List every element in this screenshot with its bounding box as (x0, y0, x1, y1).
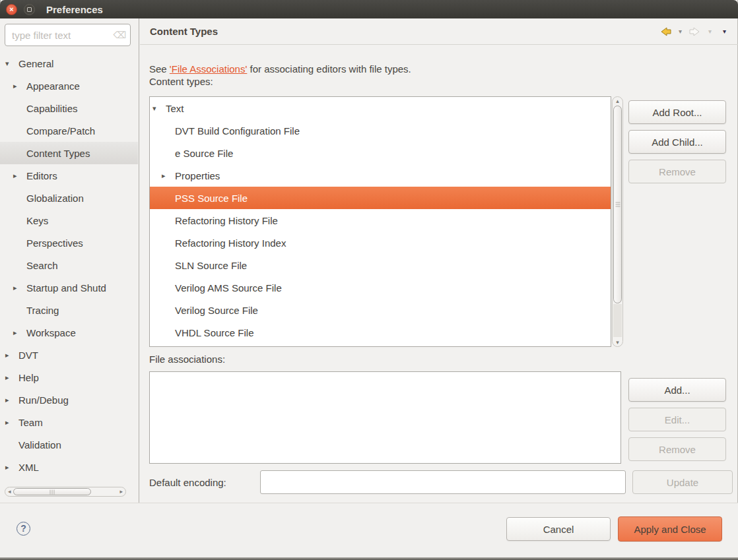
sidebar-item-editors[interactable]: ▸ Editors (0, 164, 138, 187)
content-types-scrollbar[interactable]: ▴ ▾ (612, 96, 623, 347)
content-type-item-sln-source-file[interactable]: SLN Source File (150, 254, 611, 276)
expand-arrow-icon[interactable]: ▸ (162, 171, 175, 180)
sidebar-item-help[interactable]: ▸ Help (0, 366, 138, 389)
content-type-item-pss-source-file[interactable]: PSS Source File (150, 187, 611, 209)
sidebar-item-search[interactable]: Search (0, 254, 138, 276)
expand-arrow-icon[interactable]: ▸ (13, 284, 26, 292)
preferences-sidebar: ⌫ ▾ General ▸ Appearance Capabilities Co… (0, 18, 139, 503)
sidebar-horizontal-scrollbar[interactable]: ◂ ▸ (5, 487, 126, 497)
tree-item-label: Run/Debug (18, 394, 69, 406)
sidebar-item-validation[interactable]: Validation (0, 433, 138, 456)
forward-arrow-icon (689, 27, 701, 36)
add-association-button[interactable]: Add... (628, 378, 726, 402)
sidebar-item-compare-patch[interactable]: Compare/Patch (0, 119, 138, 142)
sidebar-item-xml[interactable]: ▸ XML (0, 456, 138, 478)
expand-arrow-icon[interactable]: ▸ (13, 171, 26, 180)
scroll-down-icon[interactable]: ▾ (613, 339, 622, 346)
window-bottom-edge (0, 557, 738, 560)
add-child-button[interactable]: Add Child... (628, 130, 726, 154)
remove-association-button: Remove (628, 437, 726, 461)
maximize-button[interactable] (24, 4, 35, 15)
back-arrow-icon[interactable] (659, 27, 671, 36)
help-button[interactable]: ? (17, 522, 30, 536)
window-title: Preferences (46, 4, 103, 15)
sidebar-item-perspectives[interactable]: Perspectives (0, 232, 138, 254)
apply-and-close-button[interactable]: Apply and Close (618, 516, 722, 542)
content-type-item-refactoring-history-file[interactable]: Refactoring History File (150, 209, 611, 232)
expand-arrow-icon[interactable]: ▸ (5, 418, 18, 427)
content-type-item-verilog-ams-source-file[interactable]: Verilog AMS Source File (150, 276, 611, 299)
tree-item-label: PSS Source File (175, 193, 248, 204)
content-type-item-properties[interactable]: ▸ Properties (150, 164, 611, 187)
content-body: See 'File Associations' for associating … (140, 46, 738, 503)
preferences-tree: ▾ General ▸ Appearance Capabilities Comp… (0, 52, 138, 478)
sidebar-item-general[interactable]: ▾ General (0, 52, 138, 75)
cancel-button[interactable]: Cancel (506, 517, 611, 541)
content-type-item-vhdl-source-file[interactable]: VHDL Source File (150, 321, 611, 344)
sidebar-item-dvt[interactable]: ▸ DVT (0, 344, 138, 366)
content-type-item-e-source-file[interactable]: e Source File (150, 142, 611, 164)
tree-item-label: Globalization (26, 193, 84, 204)
tree-item-label: e Source File (175, 148, 233, 159)
scroll-right-icon[interactable]: ▸ (119, 487, 123, 496)
dialog-body: ⌫ ▾ General ▸ Appearance Capabilities Co… (0, 18, 738, 503)
sidebar-item-startup-and-shutd[interactable]: ▸ Startup and Shutd (0, 276, 138, 299)
sidebar-item-tracing[interactable]: Tracing (0, 299, 138, 321)
view-menu-icon[interactable]: ▾ (723, 28, 726, 35)
content-type-item-text[interactable]: ▾ Text (150, 97, 611, 119)
scrollbar-thumb[interactable] (13, 488, 91, 495)
content-type-item-dvt-build-configuration-file[interactable]: DVT Build Configuration File (150, 119, 611, 142)
tree-item-label: Perspectives (26, 237, 83, 249)
sidebar-item-capabilities[interactable]: Capabilities (0, 97, 138, 119)
tree-item-label: Validation (18, 439, 61, 451)
collapse-arrow-icon[interactable]: ▾ (5, 59, 18, 68)
content-pane: Content Types ▾ ▾ ▾ See 'File Associatio… (140, 18, 738, 503)
sidebar-item-content-types[interactable]: Content Types (0, 142, 138, 164)
sidebar-item-appearance[interactable]: ▸ Appearance (0, 75, 138, 97)
tree-item-label: Refactoring History File (175, 215, 278, 226)
scrollbar-thumb[interactable] (613, 106, 622, 303)
scrollbar-grip (52, 489, 53, 494)
sidebar-item-workspace[interactable]: ▸ Workspace (0, 321, 138, 344)
collapse-arrow-icon[interactable]: ▾ (152, 104, 166, 113)
tree-item-label: Editors (26, 170, 57, 181)
tree-item-label: General (18, 58, 53, 69)
tree-item-label: Text (166, 103, 184, 114)
tree-item-label: Properties (175, 170, 220, 181)
content-type-item-refactoring-history-index[interactable]: Refactoring History Index (150, 232, 611, 254)
edit-association-button: Edit... (628, 408, 726, 431)
tree-item-label: DVT (18, 350, 38, 361)
expand-arrow-icon[interactable]: ▸ (13, 82, 26, 90)
close-button[interactable]: × (6, 4, 17, 15)
tree-item-label: Capabilities (26, 103, 78, 114)
sidebar-item-globalization[interactable]: Globalization (0, 187, 138, 209)
remove-content-type-button: Remove (628, 160, 726, 183)
content-type-item-verilog-source-file[interactable]: Verilog Source File (150, 299, 611, 321)
expand-arrow-icon[interactable]: ▸ (5, 396, 18, 404)
sidebar-item-keys[interactable]: Keys (0, 209, 138, 232)
file-associations-link[interactable]: 'File Associations' (170, 63, 247, 75)
add-root-button[interactable]: Add Root... (628, 100, 726, 124)
tree-item-label: Team (18, 417, 43, 428)
expand-arrow-icon[interactable]: ▸ (5, 373, 18, 382)
tree-item-label: Workspace (26, 327, 76, 338)
content-types-label: Content types: (149, 76, 213, 87)
filter-input[interactable] (11, 29, 113, 42)
expand-arrow-icon[interactable]: ▸ (5, 463, 18, 472)
clear-filter-icon[interactable]: ⌫ (113, 30, 126, 40)
expand-arrow-icon[interactable]: ▸ (13, 328, 26, 337)
update-encoding-button: Update (632, 470, 733, 494)
back-dropdown-icon[interactable]: ▾ (679, 28, 682, 35)
sidebar-item-run-debug[interactable]: ▸ Run/Debug (0, 389, 138, 411)
content-header: Content Types ▾ ▾ ▾ (140, 18, 738, 45)
tree-item-label: Help (18, 372, 39, 383)
file-associations-hint: See 'File Associations' for associating … (149, 63, 411, 75)
titlebar[interactable]: × Preferences (0, 0, 738, 18)
sidebar-item-team[interactable]: ▸ Team (0, 411, 138, 433)
default-encoding-input[interactable] (260, 470, 626, 494)
scroll-up-icon[interactable]: ▴ (613, 98, 622, 104)
file-association-item[interactable] (150, 372, 621, 379)
scroll-left-icon[interactable]: ◂ (8, 487, 11, 496)
expand-arrow-icon[interactable]: ▸ (5, 351, 18, 359)
tree-item-label: SLN Source File (175, 260, 247, 271)
